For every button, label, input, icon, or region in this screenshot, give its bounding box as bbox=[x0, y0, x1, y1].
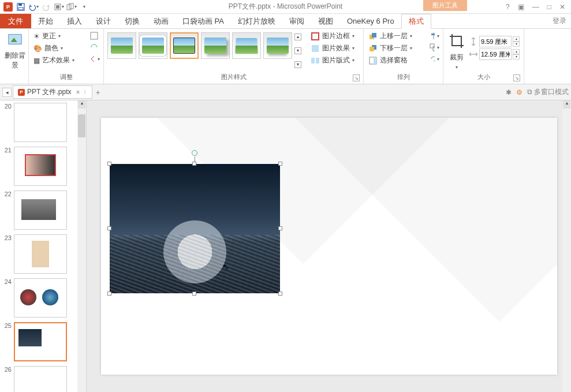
close-icon[interactable]: ✕ bbox=[559, 3, 565, 11]
resize-handle[interactable] bbox=[107, 292, 111, 296]
scroll-up-icon[interactable]: ▴ bbox=[78, 100, 85, 109]
slide-thumb[interactable] bbox=[14, 103, 67, 142]
dialog-launcher-icon[interactable]: ↘ bbox=[513, 74, 520, 81]
save-icon[interactable] bbox=[15, 1, 27, 13]
qat-customize-icon[interactable]: ▾ bbox=[79, 1, 90, 13]
selection-pane-button[interactable]: 选择窗格 bbox=[366, 54, 428, 66]
style-item[interactable] bbox=[263, 32, 292, 59]
scroll-handle[interactable] bbox=[78, 114, 85, 137]
tab-review[interactable]: 审阅 bbox=[282, 14, 311, 28]
change-pic-button[interactable] bbox=[88, 42, 101, 53]
align-button[interactable]: ▾ bbox=[428, 30, 441, 42]
style-item[interactable] bbox=[170, 32, 199, 59]
scroll-up-icon[interactable]: ▴ bbox=[563, 100, 570, 109]
slide-canvas[interactable]: ↖ bbox=[101, 118, 557, 375]
star-icon[interactable]: ✱ bbox=[506, 88, 512, 96]
resize-handle[interactable] bbox=[278, 292, 282, 296]
slide-number: 25 bbox=[1, 322, 12, 329]
artistic-effects-button[interactable]: ▦艺术效果▾ bbox=[31, 54, 88, 66]
tab-onekey[interactable]: OneKey 6 Pro bbox=[340, 14, 401, 28]
qat-icon-2[interactable]: ▾ bbox=[66, 1, 77, 13]
spin-down-icon[interactable]: ▾ bbox=[513, 54, 520, 59]
resize-handle[interactable] bbox=[192, 292, 196, 296]
rotate-button[interactable]: ▾ bbox=[428, 53, 441, 65]
help-icon[interactable]: ? bbox=[506, 3, 510, 11]
tab-pocket-anim[interactable]: 口袋动画 PA bbox=[176, 14, 231, 28]
tab-file[interactable]: 文件 bbox=[0, 14, 31, 28]
gallery-down-icon[interactable]: ▾ bbox=[294, 47, 301, 54]
slide-thumb-row: 24 bbox=[0, 276, 86, 320]
slide-thumb-row: 26 bbox=[0, 364, 86, 392]
reset-pic-button[interactable]: ▾ bbox=[88, 53, 101, 65]
dialog-launcher-icon[interactable]: ↘ bbox=[353, 74, 360, 81]
resize-handle[interactable] bbox=[107, 162, 111, 166]
redo-icon[interactable] bbox=[40, 1, 52, 13]
slide-thumb[interactable] bbox=[14, 147, 67, 186]
resize-handle[interactable] bbox=[278, 162, 282, 166]
resize-handle[interactable] bbox=[107, 226, 111, 230]
slide-thumb[interactable] bbox=[14, 234, 67, 274]
spin-up-icon[interactable]: ▴ bbox=[513, 36, 520, 42]
style-item[interactable] bbox=[139, 32, 167, 59]
crop-button[interactable]: 裁剪▾ bbox=[446, 30, 468, 72]
tab-view[interactable]: 视图 bbox=[311, 14, 340, 28]
style-item[interactable] bbox=[107, 32, 136, 59]
tab-animation[interactable]: 动画 bbox=[147, 14, 176, 28]
picture-effects-button[interactable]: 图片效果▾ bbox=[308, 42, 363, 54]
document-tab[interactable]: P PPT 文件.pptx × ⋮ bbox=[13, 85, 92, 99]
resize-handle[interactable] bbox=[192, 162, 196, 166]
gallery-up-icon[interactable]: ▴ bbox=[294, 33, 301, 40]
spin-up-icon[interactable]: ▴ bbox=[513, 49, 520, 54]
send-backward-button[interactable]: 下移一层▾ bbox=[366, 42, 428, 54]
picture-layout-button[interactable]: 图片版式▾ bbox=[308, 54, 363, 66]
tab-format[interactable]: 格式 bbox=[401, 14, 431, 29]
ribbon-display-icon[interactable]: ▣ bbox=[518, 3, 524, 11]
thumb-scrollbar[interactable]: ▴ bbox=[77, 100, 86, 392]
tab-insert[interactable]: 插入 bbox=[60, 14, 89, 28]
gear-icon[interactable]: ⚙ bbox=[516, 88, 523, 96]
close-doc-icon[interactable]: × bbox=[76, 88, 80, 96]
group-picture-styles: ▴ ▾ ▾ 图片边框▾ 图片效果▾ 图片版式▾ 图片样式↘ bbox=[104, 29, 364, 84]
ribbon: 删除背景 ☀更正▾ 🎨颜色▾ ▦艺术效果▾ ▾ 调整 bbox=[0, 29, 571, 84]
gallery-expand-icon[interactable]: ▾ bbox=[294, 61, 301, 68]
undo-icon[interactable]: ▾ bbox=[28, 1, 39, 13]
sign-in-link[interactable]: 登录 bbox=[548, 14, 571, 28]
height-field: ▴▾ bbox=[469, 36, 520, 47]
multi-window-button[interactable]: ⧉ 多窗口模式 bbox=[527, 87, 569, 97]
slide-thumb[interactable] bbox=[14, 278, 67, 318]
style-item[interactable] bbox=[201, 32, 230, 59]
style-item[interactable] bbox=[232, 32, 261, 59]
group-objects-button[interactable]: ▾ bbox=[428, 42, 441, 53]
add-doc-icon[interactable]: + bbox=[96, 88, 100, 97]
bring-forward-button[interactable]: 上移一层▾ bbox=[366, 30, 428, 42]
height-input[interactable] bbox=[479, 36, 512, 47]
doc-nav-prev-icon[interactable]: ◂ bbox=[2, 88, 12, 97]
slide-thumb[interactable] bbox=[14, 366, 67, 392]
width-input[interactable] bbox=[479, 48, 512, 60]
tab-slideshow[interactable]: 幻灯片放映 bbox=[231, 14, 282, 28]
pic-layout-icon bbox=[311, 56, 320, 65]
tab-home[interactable]: 开始 bbox=[31, 14, 60, 28]
selected-image[interactable]: ↖ bbox=[110, 164, 280, 293]
corrections-button[interactable]: ☀更正▾ bbox=[31, 30, 88, 42]
svg-rect-8 bbox=[91, 32, 98, 39]
spin-down-icon[interactable]: ▾ bbox=[513, 42, 520, 47]
resize-handle[interactable] bbox=[278, 226, 282, 230]
change-pic-icon bbox=[89, 43, 99, 52]
style-gallery: ▴ ▾ ▾ bbox=[106, 30, 305, 72]
height-icon bbox=[469, 37, 478, 46]
minimize-icon[interactable]: — bbox=[532, 3, 539, 11]
picture-border-button[interactable]: 图片边框▾ bbox=[308, 30, 363, 42]
canvas-scrollbar[interactable]: ▴ bbox=[562, 100, 571, 392]
rotate-handle[interactable] bbox=[192, 150, 197, 156]
remove-bg-button[interactable]: 删除背景 bbox=[2, 30, 28, 72]
compress-button[interactable] bbox=[88, 30, 101, 42]
color-button[interactable]: 🎨颜色▾ bbox=[31, 42, 88, 54]
tab-transition[interactable]: 切换 bbox=[118, 14, 147, 28]
maximize-icon[interactable]: □ bbox=[547, 3, 551, 11]
tab-design[interactable]: 设计 bbox=[89, 14, 118, 28]
slide-thumb[interactable] bbox=[14, 191, 67, 230]
qat-icon-1[interactable]: ▾ bbox=[53, 1, 65, 13]
slide-thumb[interactable] bbox=[14, 322, 67, 361]
slide-number: 24 bbox=[1, 278, 12, 285]
